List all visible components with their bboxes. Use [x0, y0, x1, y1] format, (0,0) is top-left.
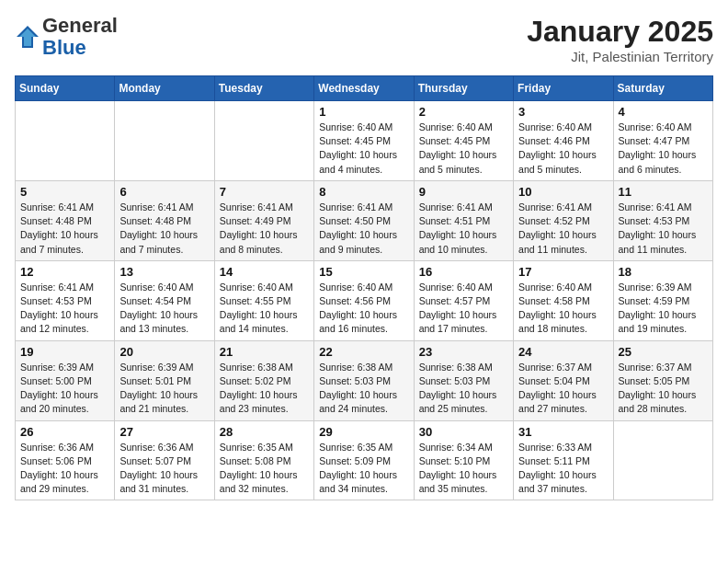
day-info: Sunrise: 6:40 AMSunset: 4:58 PMDaylight:… — [518, 281, 608, 337]
day-number: 11 — [619, 185, 708, 199]
day-number: 17 — [518, 265, 608, 279]
day-number: 31 — [518, 425, 608, 439]
logo-text: General Blue — [42, 15, 118, 59]
calendar-body: 1Sunrise: 6:40 AMSunset: 4:45 PMDaylight… — [16, 101, 713, 500]
calendar-cell: 24Sunrise: 6:37 AMSunset: 5:04 PMDayligh… — [514, 340, 613, 420]
day-info: Sunrise: 6:41 AMSunset: 4:50 PMDaylight:… — [319, 201, 408, 257]
calendar-cell: 5Sunrise: 6:41 AMSunset: 4:48 PMDaylight… — [16, 180, 115, 260]
calendar-cell: 13Sunrise: 6:40 AMSunset: 4:54 PMDayligh… — [115, 260, 214, 340]
calendar-cell: 7Sunrise: 6:41 AMSunset: 4:49 PMDaylight… — [214, 180, 313, 260]
calendar-title: January 2025 — [527, 15, 713, 49]
day-number: 23 — [419, 345, 508, 359]
calendar-cell: 11Sunrise: 6:41 AMSunset: 4:53 PMDayligh… — [613, 180, 712, 260]
day-info: Sunrise: 6:40 AMSunset: 4:46 PMDaylight:… — [518, 121, 608, 177]
calendar-cell: 10Sunrise: 6:41 AMSunset: 4:52 PMDayligh… — [514, 180, 613, 260]
day-info: Sunrise: 6:41 AMSunset: 4:48 PMDaylight:… — [119, 201, 209, 257]
day-info: Sunrise: 6:35 AMSunset: 5:08 PMDaylight:… — [220, 441, 309, 497]
calendar-cell: 12Sunrise: 6:41 AMSunset: 4:53 PMDayligh… — [16, 260, 115, 340]
calendar-week-row: 1Sunrise: 6:40 AMSunset: 4:45 PMDaylight… — [16, 101, 713, 181]
logo-general: General — [42, 14, 118, 37]
calendar-cell: 29Sunrise: 6:35 AMSunset: 5:09 PMDayligh… — [314, 420, 414, 500]
day-number: 13 — [119, 265, 209, 279]
day-number: 10 — [518, 185, 608, 199]
calendar-cell — [16, 101, 115, 181]
day-number: 19 — [20, 345, 109, 359]
day-info: Sunrise: 6:38 AMSunset: 5:03 PMDaylight:… — [319, 361, 408, 417]
calendar-header-row: SundayMondayTuesdayWednesdayThursdayFrid… — [16, 76, 713, 101]
day-number: 12 — [20, 265, 109, 279]
calendar-cell: 8Sunrise: 6:41 AMSunset: 4:50 PMDaylight… — [314, 180, 414, 260]
calendar-week-row: 26Sunrise: 6:36 AMSunset: 5:06 PMDayligh… — [16, 420, 713, 500]
day-info: Sunrise: 6:40 AMSunset: 4:45 PMDaylight:… — [419, 121, 508, 177]
calendar-cell — [214, 101, 313, 181]
logo-blue: Blue — [42, 36, 86, 59]
calendar-week-row: 5Sunrise: 6:41 AMSunset: 4:48 PMDaylight… — [16, 180, 713, 260]
day-number: 25 — [619, 345, 708, 359]
day-number: 7 — [220, 185, 309, 199]
day-number: 4 — [619, 105, 708, 119]
day-info: Sunrise: 6:41 AMSunset: 4:48 PMDaylight:… — [20, 201, 109, 257]
day-number: 28 — [220, 425, 309, 439]
day-info: Sunrise: 6:35 AMSunset: 5:09 PMDaylight:… — [319, 441, 408, 497]
calendar-cell: 3Sunrise: 6:40 AMSunset: 4:46 PMDaylight… — [514, 101, 613, 181]
calendar-cell: 16Sunrise: 6:40 AMSunset: 4:57 PMDayligh… — [414, 260, 513, 340]
day-info: Sunrise: 6:38 AMSunset: 5:02 PMDaylight:… — [220, 361, 309, 417]
day-info: Sunrise: 6:41 AMSunset: 4:53 PMDaylight:… — [619, 201, 708, 257]
day-number: 14 — [220, 265, 309, 279]
day-number: 20 — [119, 345, 209, 359]
calendar-cell: 23Sunrise: 6:38 AMSunset: 5:03 PMDayligh… — [414, 340, 513, 420]
calendar-cell: 6Sunrise: 6:41 AMSunset: 4:48 PMDaylight… — [115, 180, 214, 260]
calendar-cell: 15Sunrise: 6:40 AMSunset: 4:56 PMDayligh… — [314, 260, 414, 340]
calendar-cell: 17Sunrise: 6:40 AMSunset: 4:58 PMDayligh… — [514, 260, 613, 340]
day-info: Sunrise: 6:39 AMSunset: 5:00 PMDaylight:… — [20, 361, 109, 417]
day-info: Sunrise: 6:40 AMSunset: 4:55 PMDaylight:… — [220, 281, 309, 337]
weekday-header: Thursday — [414, 76, 513, 101]
day-number: 5 — [20, 185, 109, 199]
day-info: Sunrise: 6:40 AMSunset: 4:56 PMDaylight:… — [319, 281, 408, 337]
weekday-header: Sunday — [16, 76, 115, 101]
day-info: Sunrise: 6:39 AMSunset: 4:59 PMDaylight:… — [619, 281, 708, 337]
calendar-cell — [613, 420, 712, 500]
day-number: 24 — [518, 345, 608, 359]
day-number: 27 — [119, 425, 209, 439]
day-number: 6 — [119, 185, 209, 199]
day-info: Sunrise: 6:41 AMSunset: 4:51 PMDaylight:… — [419, 201, 508, 257]
calendar-cell: 2Sunrise: 6:40 AMSunset: 4:45 PMDaylight… — [414, 101, 513, 181]
day-number: 15 — [319, 265, 408, 279]
weekday-header: Wednesday — [314, 76, 414, 101]
day-number: 22 — [319, 345, 408, 359]
day-info: Sunrise: 6:40 AMSunset: 4:54 PMDaylight:… — [119, 281, 209, 337]
calendar-table: SundayMondayTuesdayWednesdayThursdayFrid… — [15, 75, 713, 500]
calendar-cell: 26Sunrise: 6:36 AMSunset: 5:06 PMDayligh… — [16, 420, 115, 500]
calendar-cell: 9Sunrise: 6:41 AMSunset: 4:51 PMDaylight… — [414, 180, 513, 260]
day-info: Sunrise: 6:40 AMSunset: 4:45 PMDaylight:… — [319, 121, 408, 177]
logo: General Blue — [15, 15, 118, 59]
calendar-cell — [115, 101, 214, 181]
title-block: January 2025 Jit, Palestinian Territory — [527, 15, 713, 64]
day-info: Sunrise: 6:34 AMSunset: 5:10 PMDaylight:… — [419, 441, 508, 497]
day-number: 16 — [419, 265, 508, 279]
day-number: 26 — [20, 425, 109, 439]
calendar-cell: 28Sunrise: 6:35 AMSunset: 5:08 PMDayligh… — [214, 420, 313, 500]
svg-marker-1 — [19, 29, 36, 46]
day-info: Sunrise: 6:37 AMSunset: 5:05 PMDaylight:… — [619, 361, 708, 417]
day-number: 2 — [419, 105, 508, 119]
calendar-cell: 1Sunrise: 6:40 AMSunset: 4:45 PMDaylight… — [314, 101, 414, 181]
calendar-cell: 31Sunrise: 6:33 AMSunset: 5:11 PMDayligh… — [514, 420, 613, 500]
day-info: Sunrise: 6:36 AMSunset: 5:06 PMDaylight:… — [20, 441, 109, 497]
day-info: Sunrise: 6:36 AMSunset: 5:07 PMDaylight:… — [119, 441, 209, 497]
day-number: 29 — [319, 425, 408, 439]
day-info: Sunrise: 6:41 AMSunset: 4:53 PMDaylight:… — [20, 281, 109, 337]
day-info: Sunrise: 6:40 AMSunset: 4:47 PMDaylight:… — [619, 121, 708, 177]
day-number: 1 — [319, 105, 408, 119]
calendar-subtitle: Jit, Palestinian Territory — [527, 49, 713, 64]
calendar-cell: 4Sunrise: 6:40 AMSunset: 4:47 PMDaylight… — [613, 101, 712, 181]
calendar-cell: 25Sunrise: 6:37 AMSunset: 5:05 PMDayligh… — [613, 340, 712, 420]
day-info: Sunrise: 6:33 AMSunset: 5:11 PMDaylight:… — [518, 441, 608, 497]
day-number: 8 — [319, 185, 408, 199]
calendar-cell: 27Sunrise: 6:36 AMSunset: 5:07 PMDayligh… — [115, 420, 214, 500]
weekday-header: Friday — [514, 76, 613, 101]
calendar-cell: 21Sunrise: 6:38 AMSunset: 5:02 PMDayligh… — [214, 340, 313, 420]
day-info: Sunrise: 6:38 AMSunset: 5:03 PMDaylight:… — [419, 361, 508, 417]
calendar-cell: 14Sunrise: 6:40 AMSunset: 4:55 PMDayligh… — [214, 260, 313, 340]
